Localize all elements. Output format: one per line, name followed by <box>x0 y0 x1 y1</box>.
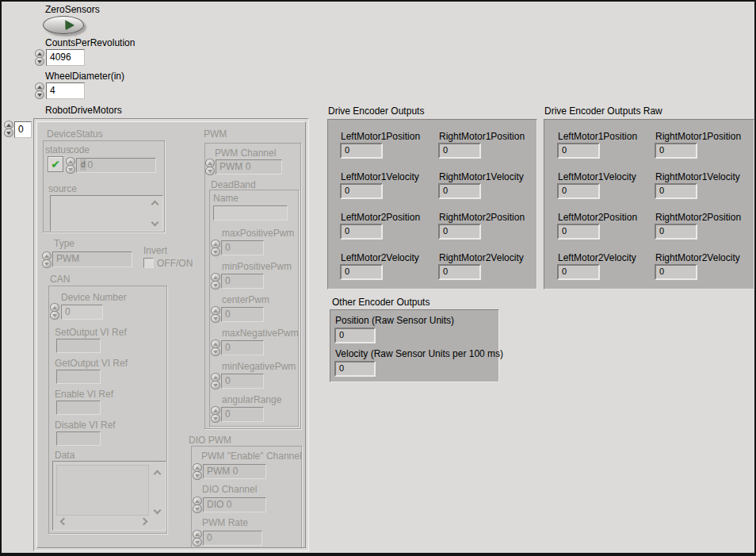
type-spinner[interactable] <box>42 251 52 268</box>
name-label: Name <box>213 193 239 204</box>
disable-ref-label: Disable VI Ref <box>55 420 116 431</box>
angular-range-field[interactable]: 0 <box>221 407 264 422</box>
set-output-ref-label: SetOutput VI Ref <box>55 327 127 338</box>
min-negative-pwm-spinner[interactable] <box>211 373 220 389</box>
other-encoder-outputs-title: Other Encoder Outputs <box>332 297 430 308</box>
min-positive-pwm-spinner[interactable] <box>211 273 220 290</box>
indicator-label: RightMotor2Position <box>655 212 741 223</box>
indicator-value: 0 <box>557 264 600 280</box>
drive-encoder-outputs-cluster: LeftMotor1Position 0 RightMotor1Position… <box>327 119 537 290</box>
indicator-value: 0 <box>557 224 600 240</box>
indicator-label: LeftMotor1Position <box>341 131 420 142</box>
center-pwm-label: centerPwm <box>222 294 269 305</box>
counts-per-revolution-field[interactable]: 4096 <box>46 49 85 66</box>
deadband-label: DeadBand <box>211 179 256 190</box>
min-positive-pwm-field[interactable]: 0 <box>221 274 264 289</box>
type-label: Type <box>54 238 74 249</box>
scroll-right-icon[interactable] <box>140 518 148 526</box>
invert-label: Invert <box>143 245 167 256</box>
indicator-value: 0 <box>334 361 376 377</box>
labview-front-panel: ZeroSensors CountsPerRevolution 4096 Whe… <box>0 0 756 556</box>
angular-range-label: angularRange <box>222 394 281 405</box>
counts-per-revolution-spinner[interactable] <box>35 49 44 66</box>
indicator-value: 0 <box>438 183 481 199</box>
scroll-down-icon[interactable] <box>154 507 162 515</box>
invert-option-label: OFF/ON <box>157 258 193 269</box>
code-spinner[interactable] <box>66 157 75 174</box>
zero-sensors-label: ZeroSensors <box>45 4 100 15</box>
pwm-channel-ring[interactable]: PWM 0 <box>216 159 282 174</box>
indicator-value: 0 <box>438 224 481 240</box>
enable-ref-label: Enable VI Ref <box>55 389 113 400</box>
status-label: status <box>45 144 71 155</box>
get-output-ref-label: GetOutput VI Ref <box>55 358 128 369</box>
indicator-value: 0 <box>438 143 481 159</box>
indicator-label: LeftMotor1Position <box>558 131 637 142</box>
indicator-label: LeftMotor2Position <box>341 212 420 223</box>
data-text-region[interactable] <box>56 465 149 516</box>
pwm-channel-spinner[interactable] <box>205 159 215 175</box>
source-textarea <box>50 195 163 232</box>
wheel-diameter-field[interactable]: 4 <box>46 82 85 99</box>
device-status-label: DeviceStatus <box>47 128 103 140</box>
status-ok-check-icon: ✔ <box>51 158 60 171</box>
indicator-value: 0 <box>438 264 481 280</box>
indicator-value: 0 <box>340 183 383 199</box>
indicator-label: RightMotor2Velocity <box>655 252 740 263</box>
code-field[interactable]: d0 <box>76 158 156 173</box>
indicator-label: Velocity (Raw Sensor Units per 100 ms) <box>335 348 503 359</box>
disable-ref-field[interactable] <box>56 431 101 446</box>
max-negative-pwm-spinner[interactable] <box>211 339 220 356</box>
scroll-down-icon[interactable] <box>151 219 159 227</box>
counts-per-revolution-label: CountsPerRevolution <box>45 37 135 48</box>
invert-checkbox[interactable] <box>143 258 154 268</box>
indicator-value: 0 <box>340 224 383 240</box>
pwm-rate-spinner[interactable] <box>193 530 202 546</box>
dio-channel-spinner[interactable] <box>193 497 202 513</box>
indicator-label: RightMotor1Velocity <box>439 171 524 182</box>
pwm-enable-channel-spinner[interactable] <box>193 463 202 480</box>
dio-channel-ring[interactable]: DIO 0 <box>203 497 266 512</box>
indicator-label: RightMotor2Position <box>439 212 525 223</box>
get-output-ref-field[interactable] <box>56 370 101 384</box>
device-number-spinner[interactable] <box>50 303 59 320</box>
max-negative-pwm-field[interactable]: 0 <box>221 340 264 355</box>
scroll-up-icon[interactable] <box>154 470 162 478</box>
scroll-up-icon[interactable] <box>151 201 159 209</box>
wheel-diameter-spinner[interactable] <box>35 82 44 99</box>
max-positive-pwm-spinner[interactable] <box>211 240 220 256</box>
array-index-field[interactable]: 0 <box>14 121 32 138</box>
device-number-field[interactable]: 0 <box>61 305 103 320</box>
data-label: Data <box>55 450 74 461</box>
angular-range-spinner[interactable] <box>211 406 220 423</box>
zero-sensors-button[interactable] <box>43 16 84 34</box>
center-pwm-spinner[interactable] <box>211 306 220 323</box>
indicator-label: RightMotor1Position <box>439 131 525 142</box>
name-field[interactable] <box>213 205 288 220</box>
set-output-ref-field[interactable] <box>56 339 101 353</box>
code-label: code <box>69 144 90 155</box>
indicator-label: LeftMotor1Velocity <box>341 171 419 182</box>
enable-ref-field[interactable] <box>56 401 101 415</box>
array-index-spinner[interactable] <box>4 121 13 137</box>
indicator-value: 0 <box>655 264 697 280</box>
status-ok-button[interactable]: ✔ <box>48 156 63 172</box>
type-ring[interactable]: PWM <box>52 251 132 267</box>
min-negative-pwm-label: minNegativePwm <box>222 361 296 372</box>
indicator-value: 0 <box>557 143 600 159</box>
pwm-rate-field[interactable]: 0 <box>203 531 262 546</box>
center-pwm-field[interactable]: 0 <box>221 307 264 322</box>
scroll-left-icon[interactable] <box>60 518 68 526</box>
pwm-enable-channel-ring[interactable]: PWM 0 <box>203 464 266 479</box>
max-positive-pwm-field[interactable]: 0 <box>221 240 264 255</box>
max-positive-pwm-label: maxPositivePwm <box>222 228 294 239</box>
pwm-rate-label: PWM Rate <box>202 517 248 528</box>
min-positive-pwm-label: minPositivePwm <box>222 261 292 272</box>
dio-channel-label: DIO Channel <box>202 484 257 495</box>
indicator-label: RightMotor2Velocity <box>439 252 524 263</box>
indicator-value: 0 <box>655 224 697 240</box>
drive-encoder-outputs-raw-title: Drive Encoder Outputs Raw <box>544 105 662 117</box>
min-negative-pwm-field[interactable]: 0 <box>221 374 264 389</box>
data-textarea[interactable] <box>52 461 166 531</box>
pwm-channel-label: PWM Channel <box>215 148 276 159</box>
